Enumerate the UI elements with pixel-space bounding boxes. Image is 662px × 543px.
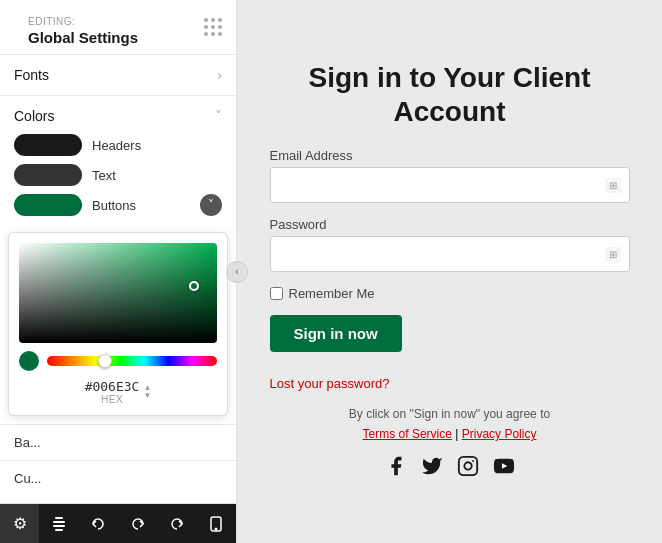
login-card: Sign in to Your Client Account Email Add… xyxy=(270,61,630,482)
nav-redo[interactable] xyxy=(157,504,196,543)
bottom-nav: ⚙ xyxy=(0,503,236,543)
email-form-group: Email Address ⊞ xyxy=(270,148,630,203)
agreement-text: By click on "Sign in now" you agree to xyxy=(270,407,630,421)
terms-link[interactable]: Terms of Service xyxy=(363,427,452,441)
facebook-icon[interactable] xyxy=(385,455,407,482)
hue-slider[interactable] xyxy=(47,356,217,366)
email-input-icon: ⊞ xyxy=(605,178,621,193)
partial-item-ba[interactable]: Ba... xyxy=(0,424,236,460)
collapse-arrow[interactable]: ‹ xyxy=(226,261,248,283)
password-label: Password xyxy=(270,217,630,232)
editing-label: EDITING: xyxy=(14,8,152,29)
color-row-headers: Headers xyxy=(14,134,222,156)
signin-button[interactable]: Sign in now xyxy=(270,315,402,352)
login-title: Sign in to Your Client Account xyxy=(270,61,630,128)
text-color-label: Text xyxy=(92,168,116,183)
nav-history-back[interactable] xyxy=(79,504,118,543)
text-color-swatch[interactable] xyxy=(14,164,82,186)
gradient-canvas[interactable] xyxy=(19,243,217,343)
color-row-text: Text xyxy=(14,164,222,186)
agreement-links: Terms of Service | Privacy Policy xyxy=(270,427,630,441)
svg-rect-6 xyxy=(458,457,476,475)
headers-color-label: Headers xyxy=(92,138,141,153)
dots-grid-icon[interactable] xyxy=(204,18,222,36)
hue-row xyxy=(19,351,217,371)
hex-value[interactable]: #006E3C xyxy=(85,379,140,394)
svg-rect-3 xyxy=(55,529,63,531)
lost-password-link[interactable]: Lost your password? xyxy=(270,376,630,391)
chevron-down-icon: ˅ xyxy=(215,108,222,124)
youtube-icon[interactable] xyxy=(493,455,515,482)
colors-header[interactable]: Colors ˅ xyxy=(14,108,222,124)
svg-point-5 xyxy=(215,528,217,530)
partial-item-cu[interactable]: Cu... xyxy=(0,460,236,496)
chevron-right-icon: › xyxy=(217,67,222,83)
password-input-icon: ⊞ xyxy=(605,247,621,262)
color-row-buttons: Buttons ˅ xyxy=(14,194,222,216)
nav-settings[interactable]: ⚙ xyxy=(0,504,39,543)
svg-rect-2 xyxy=(55,517,63,519)
twitter-icon[interactable] xyxy=(421,455,443,482)
privacy-link[interactable]: Privacy Policy xyxy=(462,427,537,441)
svg-rect-0 xyxy=(53,521,65,523)
remember-label: Remember Me xyxy=(289,286,375,301)
svg-rect-1 xyxy=(53,525,65,527)
right-panel: Sign in to Your Client Account Email Add… xyxy=(237,0,662,543)
left-panel: EDITING: Global Settings Fonts › Colors … xyxy=(0,0,237,543)
colors-section: Colors ˅ Headers Text Buttons ˅ xyxy=(0,95,236,232)
hue-thumb[interactable] xyxy=(98,354,112,368)
buttons-color-label: Buttons xyxy=(92,198,136,213)
instagram-icon[interactable] xyxy=(457,455,479,482)
buttons-color-swatch[interactable] xyxy=(14,194,82,216)
email-label: Email Address xyxy=(270,148,630,163)
social-icons xyxy=(270,455,630,482)
nav-undo[interactable] xyxy=(118,504,157,543)
global-settings-title: Global Settings xyxy=(14,29,152,54)
hex-label: HEX xyxy=(101,394,123,405)
password-input[interactable]: ⊞ xyxy=(270,236,630,272)
nav-layers[interactable] xyxy=(39,504,78,543)
gradient-cursor[interactable] xyxy=(189,281,199,291)
color-picker-popup: #006E3C HEX ▲ ▼ xyxy=(8,232,228,416)
hex-row: #006E3C HEX ▲ ▼ xyxy=(19,379,217,405)
remember-checkbox[interactable] xyxy=(270,287,283,300)
colors-label: Colors xyxy=(14,108,54,124)
fonts-label: Fonts xyxy=(14,67,49,83)
fonts-section[interactable]: Fonts › xyxy=(0,54,236,95)
email-input[interactable]: ⊞ xyxy=(270,167,630,203)
nav-device[interactable] xyxy=(197,504,236,543)
hue-circle xyxy=(19,351,39,371)
hex-spinners[interactable]: ▲ ▼ xyxy=(143,384,151,400)
headers-color-swatch[interactable] xyxy=(14,134,82,156)
expand-color-picker-button[interactable]: ˅ xyxy=(200,194,222,216)
remember-row: Remember Me xyxy=(270,286,630,301)
password-form-group: Password ⊞ xyxy=(270,217,630,272)
